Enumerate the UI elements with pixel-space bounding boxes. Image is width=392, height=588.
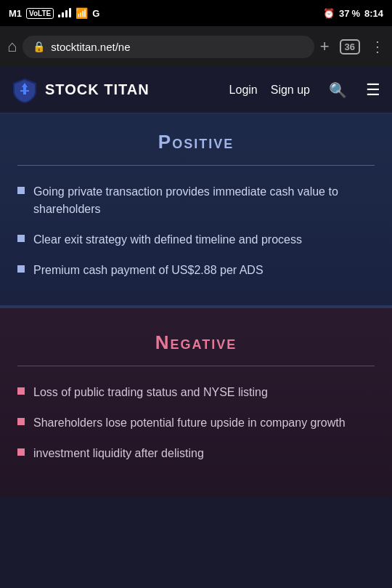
signal-icon	[58, 7, 71, 20]
login-link[interactable]: Login	[229, 84, 258, 97]
battery-indicator: 37%	[339, 8, 360, 19]
list-item: Loss of public trading status and NYSE l…	[17, 384, 375, 401]
negative-bullet-3: investment liquidity after delisting	[33, 445, 204, 462]
bullet-square-icon	[17, 265, 25, 273]
alarm-icon: ⏰	[323, 8, 335, 19]
url-bar[interactable]: 🔒 stocktitan.net/ne	[23, 36, 314, 58]
negative-bullet-list: Loss of public trading status and NYSE l…	[17, 384, 375, 462]
menu-hamburger-icon[interactable]: ☰	[366, 81, 380, 100]
wifi-icon: 📶	[75, 7, 88, 19]
new-tab-button[interactable]: +	[320, 37, 330, 56]
positive-divider	[17, 165, 375, 166]
main-content: Positive Going private transaction provi…	[0, 113, 392, 497]
logo-shield-icon	[12, 77, 38, 103]
negative-bullet-1: Loss of public trading status and NYSE l…	[33, 384, 268, 401]
positive-bullet-3: Premium cash payment of US$2.88 per ADS	[33, 262, 264, 279]
list-item: Shareholders lose potential future upsid…	[17, 414, 375, 432]
signup-link[interactable]: Sign up	[271, 84, 310, 97]
bullet-square-neg-icon	[17, 418, 25, 425]
list-item: Clear exit strategy with defined timelin…	[17, 231, 375, 249]
browser-actions: + 36 ⋮	[320, 37, 385, 56]
bullet-square-neg-icon	[17, 387, 25, 395]
battery-percent: 37	[339, 8, 349, 19]
bullet-square-icon	[17, 187, 25, 194]
bullet-square-icon	[17, 235, 25, 242]
list-item: Premium cash payment of US$2.88 per ADS	[17, 262, 375, 279]
battery-unit: %	[351, 8, 360, 19]
url-security-icon: 🔒	[33, 41, 45, 52]
nav-links: Login Sign up 🔍 ☰	[229, 81, 380, 100]
status-right: ⏰ 37% 8:14	[323, 8, 383, 19]
data-g-icon: G	[92, 8, 99, 19]
tab-count-badge[interactable]: 36	[340, 39, 360, 55]
positive-bullet-1: Going private transaction provides immed…	[33, 183, 375, 218]
negative-title: Negative	[17, 331, 375, 354]
nav-bar: STOCK TITAN Login Sign up 🔍 ☰	[0, 67, 392, 113]
clock: 8:14	[364, 8, 383, 19]
negative-section: Negative Loss of public trading status a…	[0, 308, 392, 497]
browser-menu-button[interactable]: ⋮	[370, 38, 385, 55]
status-left: M1 VoLTE 📶 G	[9, 7, 99, 20]
search-icon[interactable]: 🔍	[329, 81, 347, 99]
status-bar: M1 VoLTE 📶 G ⏰ 37% 8:14	[0, 0, 392, 26]
positive-bullet-list: Going private transaction provides immed…	[17, 183, 375, 279]
browser-bar: ⌂ 🔒 stocktitan.net/ne + 36 ⋮	[0, 26, 392, 67]
negative-bullet-2: Shareholders lose potential future upsid…	[33, 414, 346, 432]
positive-title: Positive	[17, 131, 375, 153]
home-button[interactable]: ⌂	[7, 37, 17, 56]
positive-bullet-2: Clear exit strategy with defined timelin…	[33, 231, 302, 249]
volte-badge: VoLTE	[26, 8, 54, 19]
carrier-name: M1	[9, 8, 22, 19]
bullet-square-neg-icon	[17, 448, 25, 456]
list-item: Going private transaction provides immed…	[17, 183, 375, 218]
positive-section: Positive Going private transaction provi…	[0, 113, 392, 308]
logo-text: STOCK TITAN	[45, 81, 150, 98]
negative-divider	[17, 366, 375, 366]
list-item: investment liquidity after delisting	[17, 445, 375, 462]
url-text: stocktitan.net/ne	[51, 41, 303, 53]
nav-logo: STOCK TITAN	[12, 77, 229, 103]
